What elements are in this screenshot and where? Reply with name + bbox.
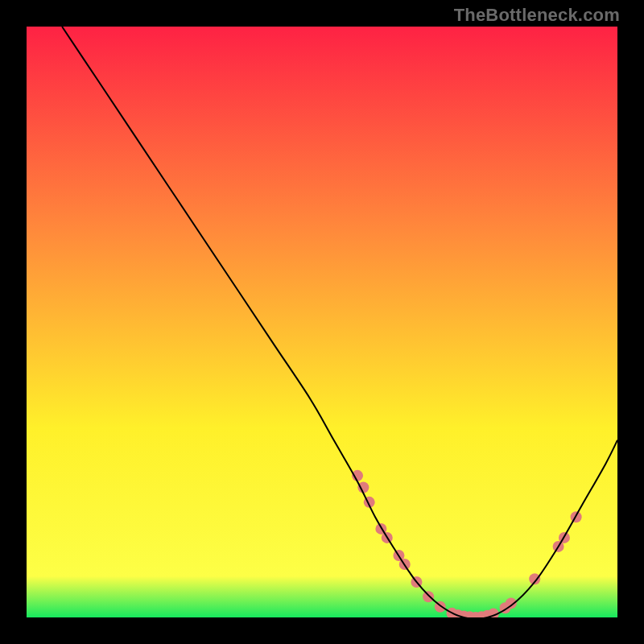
chart-frame: TheBottleneck.com [0, 0, 644, 644]
plot-area [27, 27, 617, 617]
gradient-background [27, 27, 617, 617]
watermark-text: TheBottleneck.com [454, 5, 620, 26]
curve-marker [423, 591, 434, 602]
chart-svg [27, 27, 617, 617]
